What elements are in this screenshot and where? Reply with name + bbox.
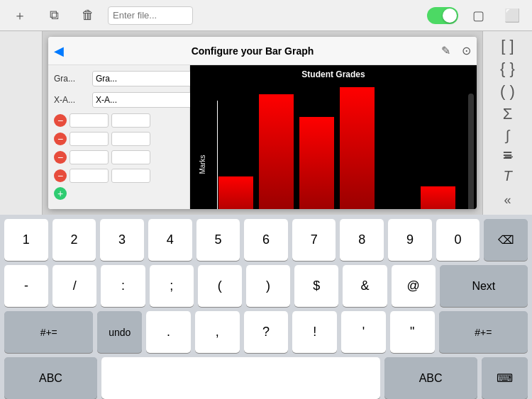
config-body: Gra... X-A... − − [48,65,477,209]
key-period[interactable]: . [146,311,191,353]
bar-3 [299,117,334,210]
keyboard-row-more: #+= undo . , ? ! ' " #+= [4,311,528,353]
trash-icon[interactable]: 🗑 [74,1,102,30]
key-question[interactable]: ? [244,311,289,353]
edit-button[interactable]: ✎ [441,44,450,57]
data-input-4b[interactable] [111,169,150,183]
key-6[interactable]: 6 [244,219,288,261]
scroll-indicator [468,94,474,209]
bracket-left-icon[interactable]: [ ] [492,37,523,55]
key-close-paren[interactable]: ) [246,265,290,307]
data-row-4: − [54,169,184,183]
grade-label: Gra... [54,74,89,84]
sigma-icon[interactable]: Σ [492,105,523,123]
xaxis-label: X-A... [54,95,89,105]
config-title: Configure your Bar Graph [70,45,436,57]
chart-preview: Student Grades Marks Grades [190,65,477,209]
bar-2 [259,94,294,209]
data-input-2b[interactable] [111,132,150,146]
chevron-left-icon[interactable]: « [492,193,523,208]
toggle-switch[interactable] [427,7,458,24]
bar-6 [421,186,455,209]
key-hash-left[interactable]: #+= [4,311,93,353]
key-comma[interactable]: , [195,311,240,353]
add-data-btn[interactable]: + [54,187,67,200]
delete-key[interactable]: ⌫ [484,219,528,261]
data-input-4[interactable] [70,169,109,183]
key-ampersand[interactable]: & [343,265,387,307]
data-row-1: − [54,113,184,128]
key-3[interactable]: 3 [100,219,144,261]
integral-icon[interactable]: ∫ [492,128,523,144]
left-sidebar [0,31,43,215]
xaxis-input[interactable] [92,92,206,108]
file-input[interactable] [108,6,193,25]
expand-icon[interactable]: ⬜ [498,1,526,30]
key-at[interactable]: @ [392,265,436,307]
key-2[interactable]: 2 [52,219,96,261]
key-colon[interactable]: : [101,265,145,307]
y-axis-label: Marks [199,154,206,174]
config-nav-bar: ◀ Configure your Bar Graph ✎ ⊙ [48,37,477,65]
back-button[interactable]: ◀ [54,43,64,59]
remove-btn-3[interactable]: − [54,151,67,164]
brace-icon[interactable]: { } [492,60,523,78]
chart-title: Student Grades [301,69,365,79]
toolbar-left-area: ＋ ⧉ 🗑 [0,1,193,30]
key-7[interactable]: 7 [292,219,336,261]
key-1[interactable]: 1 [4,219,48,261]
key-9[interactable]: 9 [388,219,432,261]
key-undo[interactable]: undo [97,311,142,353]
key-5[interactable]: 5 [196,219,240,261]
config-controls: Gra... X-A... − − [48,65,190,209]
copy-icon[interactable]: ⧉ [40,1,68,30]
grade-input[interactable] [92,71,206,86]
main-content: ◀ Configure your Bar Graph ✎ ⊙ Gra... X-… [0,31,532,215]
key-abc-right[interactable]: ABC [384,357,477,399]
key-dquote[interactable]: " [390,311,435,353]
data-input-3[interactable] [70,150,109,164]
xaxis-field-row: X-A... [54,92,184,108]
key-semicolon[interactable]: ; [150,265,194,307]
data-input-2[interactable] [70,132,109,146]
center-panel: ◀ Configure your Bar Graph ✎ ⊙ Gra... X-… [43,31,482,215]
top-toolbar: ＋ ⧉ 🗑 ▢ ⬜ [0,0,532,31]
key-hash-right[interactable]: #+= [439,311,528,353]
chart-area: Marks Grades [190,79,477,209]
key-0[interactable]: 0 [436,219,480,261]
remove-btn-2[interactable]: − [54,133,67,145]
bars-container [218,79,455,209]
next-key[interactable]: Next [440,265,528,307]
data-row-add: + [54,187,184,200]
key-quote[interactable]: ' [341,311,386,353]
keyboard-row-symbols: - / : ; ( ) $ & @ Next [4,265,528,307]
key-8[interactable]: 8 [340,219,384,261]
text-icon[interactable]: T [492,168,523,184]
spacebar[interactable] [101,357,380,399]
key-slash[interactable]: / [52,265,96,307]
key-dollar[interactable]: $ [294,265,338,307]
keyboard: 1 2 3 4 5 6 7 8 9 0 ⌫ - / : ; ( ) $ & @ … [0,215,532,399]
bar-4 [340,87,375,210]
add-icon[interactable]: ＋ [6,1,34,30]
key-open-paren[interactable]: ( [198,265,242,307]
strikethrough-icon[interactable]: ≡̶ [492,148,523,164]
keyboard-row-bottom: ABC ABC ⌨ [4,357,528,399]
camera-button[interactable]: ⊙ [462,44,471,57]
key-dash[interactable]: - [4,265,48,307]
keyboard-dismiss-key[interactable]: ⌨ [482,357,528,399]
paren-icon[interactable]: ( ) [492,82,523,101]
remove-btn-4[interactable]: − [54,169,67,182]
key-4[interactable]: 4 [148,219,192,261]
data-input-1b[interactable] [111,113,150,128]
data-row-3: − [54,150,184,164]
toolbar-right-area: ▢ ⬜ [427,1,532,30]
right-sidebar: [ ] { } ( ) Σ ∫ ≡̶ T « » [482,31,532,215]
data-row-2: − [54,132,184,146]
remove-btn-1[interactable]: − [54,114,67,127]
data-input-1[interactable] [70,113,109,128]
data-input-3b[interactable] [111,150,150,164]
square-icon[interactable]: ▢ [464,1,492,30]
key-exclaim[interactable]: ! [292,311,337,353]
key-abc-left[interactable]: ABC [4,357,97,399]
